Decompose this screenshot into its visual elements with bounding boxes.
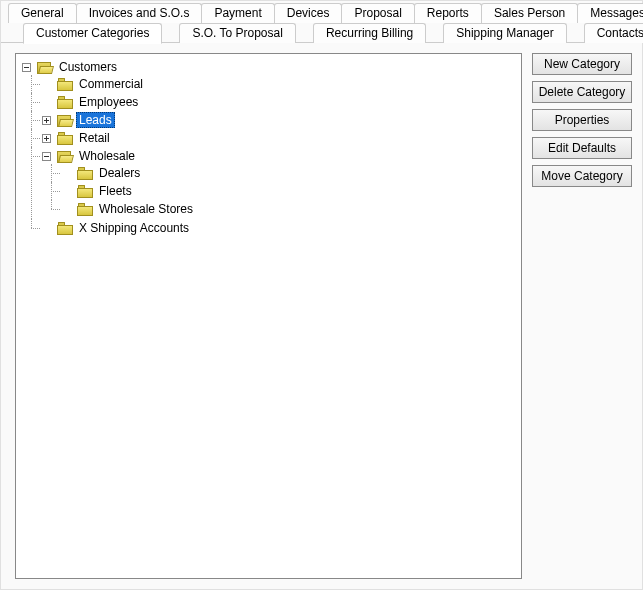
tab-invoices[interactable]: Invoices and S.O.s [76, 3, 203, 23]
delete-category-button[interactable]: Delete Category [532, 81, 632, 103]
tree-node-wholesale-stores[interactable]: Wholesale Stores [62, 201, 196, 217]
tree-panel: Customers Commercial [15, 53, 522, 579]
tab-sales-person[interactable]: Sales Person [481, 3, 578, 23]
tree-node-employees[interactable]: Employees [42, 94, 141, 110]
tree-node-retail[interactable]: Retail [42, 130, 113, 146]
tree-node-dealers[interactable]: Dealers [62, 165, 143, 181]
folder-closed-icon [57, 222, 73, 235]
expander-spacer-icon [62, 169, 71, 178]
tab-so-to-proposal[interactable]: S.O. To Proposal [179, 23, 296, 43]
tab-proposal[interactable]: Proposal [341, 3, 414, 23]
tab-row-2: Customer Categories S.O. To Proposal Rec… [1, 23, 642, 43]
content-area: Customers Commercial [1, 43, 642, 589]
tree-node-customers[interactable]: Customers [22, 59, 120, 75]
tree-label: Fleets [96, 183, 135, 199]
tree-label: Commercial [76, 76, 146, 92]
tree-label: Dealers [96, 165, 143, 181]
window: General Invoices and S.O.s Payment Devic… [0, 0, 643, 590]
expander-spacer-icon [62, 205, 71, 214]
tree-label: Retail [76, 130, 113, 146]
button-column: New Category Delete Category Properties … [532, 53, 632, 579]
expander-icon[interactable] [42, 134, 51, 143]
folder-open-icon [37, 61, 53, 74]
folder-closed-icon [77, 167, 93, 180]
tab-reports[interactable]: Reports [414, 3, 482, 23]
expander-spacer-icon [42, 80, 51, 89]
tab-payment[interactable]: Payment [201, 3, 274, 23]
folder-closed-icon [77, 185, 93, 198]
tab-shipping-manager[interactable]: Shipping Manager [443, 23, 566, 43]
expander-icon[interactable] [42, 152, 51, 161]
tree-node-fleets[interactable]: Fleets [62, 183, 135, 199]
tree-label: X Shipping Accounts [76, 220, 192, 236]
tab-recurring-billing[interactable]: Recurring Billing [313, 23, 426, 43]
move-category-button[interactable]: Move Category [532, 165, 632, 187]
tree-label: Wholesale Stores [96, 201, 196, 217]
tab-customer-categories[interactable]: Customer Categories [23, 23, 162, 44]
tree-node-commercial[interactable]: Commercial [42, 76, 146, 92]
folder-open-icon [57, 114, 73, 127]
tab-contacts[interactable]: Contacts [584, 23, 643, 43]
edit-defaults-button[interactable]: Edit Defaults [532, 137, 632, 159]
tab-devices[interactable]: Devices [274, 3, 343, 23]
properties-button[interactable]: Properties [532, 109, 632, 131]
expander-icon[interactable] [22, 63, 31, 72]
category-tree: Customers Commercial [16, 58, 521, 238]
new-category-button[interactable]: New Category [532, 53, 632, 75]
expander-icon[interactable] [42, 116, 51, 125]
tab-row-1: General Invoices and S.O.s Payment Devic… [1, 3, 642, 23]
tree-label: Wholesale [76, 148, 138, 164]
tree-label: Customers [56, 59, 120, 75]
expander-spacer-icon [42, 98, 51, 107]
folder-closed-icon [57, 78, 73, 91]
tree-node-wholesale[interactable]: Wholesale [42, 148, 138, 164]
folder-closed-icon [57, 132, 73, 145]
folder-open-icon [57, 150, 73, 163]
folder-closed-icon [57, 96, 73, 109]
folder-closed-icon [77, 203, 93, 216]
tree-node-x-shipping-accounts[interactable]: X Shipping Accounts [42, 220, 192, 236]
tab-general[interactable]: General [8, 3, 77, 23]
tree-label: Employees [76, 94, 141, 110]
expander-spacer-icon [42, 224, 51, 233]
tree-node-leads[interactable]: Leads [42, 112, 115, 128]
tree-label-selected: Leads [76, 112, 115, 128]
expander-spacer-icon [62, 187, 71, 196]
tab-messages[interactable]: Messages [577, 3, 643, 23]
